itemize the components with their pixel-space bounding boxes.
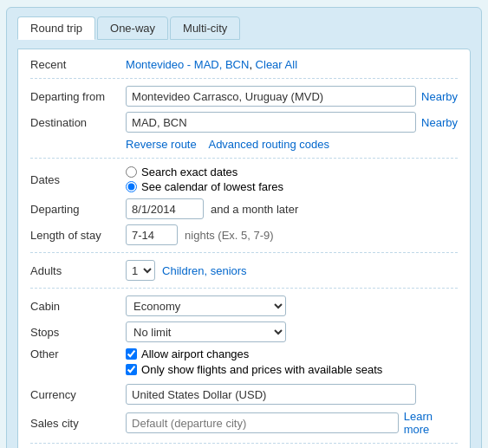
divider-5 (30, 443, 458, 444)
allow-airport-changes-label[interactable]: Allow airport changes (126, 347, 382, 360)
currency-row: Currency (30, 384, 458, 405)
recent-label: Recent (30, 58, 126, 71)
sales-city-input[interactable] (126, 412, 399, 433)
advanced-routing-link[interactable]: Advanced routing codes (208, 138, 329, 151)
other-checkboxes: Allow airport changes Only show flights … (126, 347, 382, 379)
dates-option2-label[interactable]: See calendar of lowest fares (126, 180, 283, 193)
divider-1 (30, 78, 458, 79)
destination-row: Destination Nearby (30, 112, 458, 133)
length-of-stay-content: nights (Ex. 5, 7-9) (126, 224, 458, 245)
sales-city-row: Sales city Learn more (30, 410, 458, 436)
divider-3 (30, 252, 458, 253)
recent-row: Recent Montevideo - MAD, BCN , Clear All (30, 58, 458, 71)
children-seniors-link[interactable]: Children, seniors (162, 264, 247, 277)
tab-bar: Round trip One-way Multi-city (17, 16, 471, 40)
departing-date-content: and a month later (126, 198, 458, 219)
adults-content: 1 2 3 4 5 Children, seniors (126, 260, 247, 281)
tab-round-trip[interactable]: Round trip (17, 16, 95, 40)
stops-row: Stops No limit 0 stops 1 stop (30, 321, 458, 342)
adults-select[interactable]: 1 2 3 4 5 (126, 260, 155, 281)
allow-airport-changes-checkbox[interactable] (126, 348, 137, 360)
length-of-stay-label: Length of stay (30, 229, 126, 242)
clear-all-link[interactable]: Clear All (256, 58, 297, 71)
dates-label: Dates (30, 173, 126, 186)
departing-date-row: Departing and a month later (30, 198, 458, 219)
dates-radio-exact[interactable] (126, 166, 137, 178)
departing-from-nearby[interactable]: Nearby (421, 90, 458, 103)
other-row: Other Allow airport changes Only show fl… (30, 347, 458, 379)
dates-radio-calendar[interactable] (126, 181, 137, 192)
stops-label: Stops (30, 326, 126, 339)
sales-city-content: Learn more (126, 410, 458, 436)
learn-more-link[interactable]: Learn more (404, 410, 458, 436)
destination-input[interactable] (126, 112, 416, 133)
sales-city-label: Sales city (30, 417, 126, 430)
other-label: Other (30, 347, 126, 360)
only-available-seats-checkbox[interactable] (126, 364, 137, 375)
cabin-select[interactable]: Economy Business First (126, 295, 286, 316)
divider-4 (30, 288, 458, 289)
recent-link[interactable]: Montevideo - MAD, BCN (126, 58, 249, 71)
departing-from-input[interactable] (126, 86, 416, 107)
destination-nearby[interactable]: Nearby (421, 116, 458, 129)
adults-row: Adults 1 2 3 4 5 Children, seniors (30, 260, 458, 281)
route-links: Reverse route Advanced routing codes (126, 138, 458, 151)
cabin-row: Cabin Economy Business First (30, 295, 458, 316)
length-of-stay-row: Length of stay nights (Ex. 5, 7-9) (30, 224, 458, 245)
cabin-label: Cabin (30, 300, 126, 313)
currency-input[interactable] (126, 384, 416, 405)
adults-label: Adults (30, 264, 126, 277)
dates-radio-group: Search exact dates See calendar of lowes… (126, 166, 283, 193)
departing-date-input[interactable] (126, 198, 204, 219)
departing-date-label: Departing (30, 203, 126, 216)
recent-separator: , (249, 58, 255, 71)
tab-one-way[interactable]: One-way (97, 16, 168, 40)
destination-label: Destination (30, 116, 126, 129)
divider-2 (30, 158, 458, 159)
stops-select[interactable]: No limit 0 stops 1 stop (126, 321, 286, 342)
dates-option2-text: See calendar of lowest fares (141, 180, 283, 193)
departing-from-row: Departing from Nearby (30, 86, 458, 107)
tab-multi-city[interactable]: Multi-city (170, 16, 240, 40)
length-of-stay-suffix: nights (Ex. 5, 7-9) (185, 229, 274, 242)
departing-from-label: Departing from (30, 90, 126, 103)
allow-airport-changes-text: Allow airport changes (141, 347, 249, 360)
only-available-seats-label[interactable]: Only show flights and prices with availa… (126, 363, 382, 376)
route-separator (199, 138, 205, 151)
departing-from-content: Nearby (126, 86, 458, 107)
dates-option1-label[interactable]: Search exact dates (126, 166, 283, 179)
dates-option1-text: Search exact dates (141, 166, 237, 179)
only-available-seats-text: Only show flights and prices with availa… (141, 363, 382, 376)
currency-label: Currency (30, 388, 126, 401)
reverse-route-link[interactable]: Reverse route (126, 138, 197, 151)
length-of-stay-input[interactable] (126, 224, 178, 245)
form-area: Recent Montevideo - MAD, BCN , Clear All… (17, 49, 471, 448)
dates-row: Dates Search exact dates See calendar of… (30, 166, 458, 193)
departing-date-suffix: and a month later (211, 203, 298, 216)
destination-content: Nearby (126, 112, 458, 133)
